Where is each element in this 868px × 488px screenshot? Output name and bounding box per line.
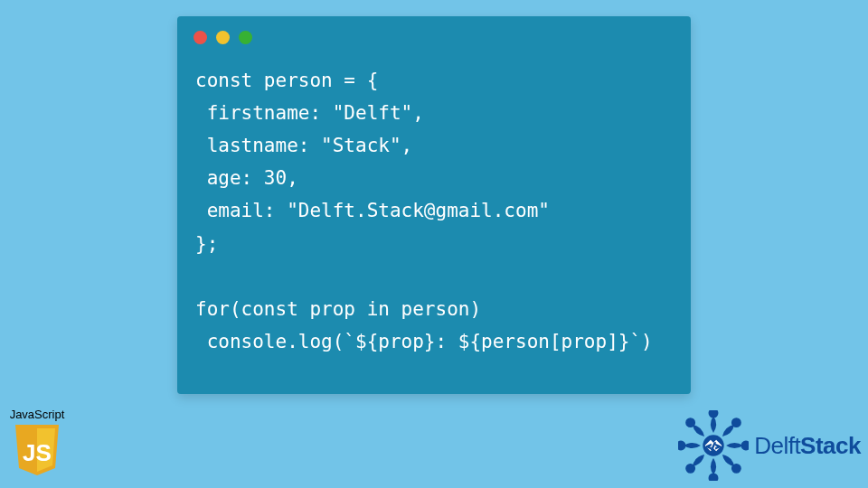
javascript-label: JavaScript (10, 408, 65, 421)
maximize-icon (239, 31, 252, 44)
delftstack-logo: </> DelftStack (678, 410, 861, 481)
svg-text:</>: </> (706, 442, 721, 451)
window-controls (177, 16, 691, 55)
svg-point-5 (709, 474, 717, 481)
javascript-badge: JavaScript JS (2, 408, 72, 479)
delftstack-wordmark: DelftStack (754, 432, 861, 460)
close-icon (193, 31, 207, 44)
brand-part2: Stack (800, 432, 861, 459)
delftstack-mandala-icon: </> (678, 410, 749, 481)
svg-point-1 (709, 410, 717, 418)
brand-part1: Delft (754, 432, 800, 459)
code-window: const person = { firstname: "Delft", las… (177, 16, 691, 394)
code-block: const person = { firstname: "Delft", las… (177, 55, 691, 376)
js-shield-text: JS (23, 439, 52, 466)
svg-point-3 (741, 441, 749, 449)
minimize-icon (216, 31, 230, 44)
svg-point-7 (678, 441, 685, 449)
javascript-shield-icon: JS (12, 423, 62, 479)
